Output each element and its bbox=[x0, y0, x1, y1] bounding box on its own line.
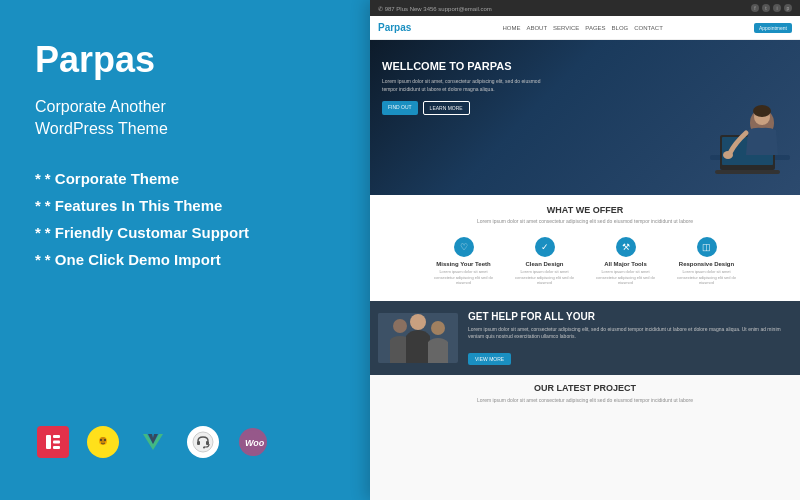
left-content: Parpas Corporate AnotherWordPress Theme … bbox=[35, 40, 335, 394]
nav-service: SERVICE bbox=[553, 25, 579, 31]
svg-point-14 bbox=[203, 447, 205, 449]
preview-offer-section: WHAT WE OFFER Lorem ipsum dolor sit amet… bbox=[370, 195, 800, 301]
feature-4: * One Click Demo Import bbox=[35, 251, 335, 268]
hero-buttons: FIND OUT LEARN MORE bbox=[382, 101, 542, 115]
badges-row: Woo bbox=[35, 424, 335, 460]
vuetify-badge bbox=[135, 424, 171, 460]
svg-rect-0 bbox=[46, 435, 51, 449]
offer-card-text-3: Lorem ipsum dolor sit amet consectetur a… bbox=[593, 269, 658, 286]
svg-point-28 bbox=[431, 321, 445, 335]
nav-blog: BLOG bbox=[612, 25, 629, 31]
offer-icon-3: ⚒ bbox=[616, 237, 636, 257]
offer-subtitle: Lorem ipsum dolor sit amet consectetur a… bbox=[378, 218, 792, 224]
feature-3: * Friendly Customar Support bbox=[35, 224, 335, 241]
topbar-contact: ✆ 987 Plus New 3456 support@email.com bbox=[378, 5, 492, 12]
help-content: GET HELP FOR ALL YOUR Lorem ipsum dolor … bbox=[468, 311, 792, 365]
project-title: OUR LATEST PROJECT bbox=[378, 383, 792, 393]
topbar-left: ✆ 987 Plus New 3456 support@email.com bbox=[378, 5, 492, 12]
hero-text: Lorem ipsum dolor sit amet, consectetur … bbox=[382, 78, 542, 93]
offer-icon-2: ✓ bbox=[535, 237, 555, 257]
svg-rect-3 bbox=[53, 446, 60, 449]
offer-card-text-1: Lorem ipsum dolor sit amet consectetur a… bbox=[431, 269, 496, 286]
topbar-right: f t i p bbox=[751, 4, 792, 12]
pinterest-icon: p bbox=[784, 4, 792, 12]
preview-help-section: GET HELP FOR ALL YOUR Lorem ipsum dolor … bbox=[370, 301, 800, 375]
theme-title: Parpas bbox=[35, 40, 335, 80]
offer-card-title-3: All Major Tools bbox=[593, 261, 658, 267]
hero-secondary-button: LEARN MORE bbox=[423, 101, 470, 115]
support-icon bbox=[187, 426, 219, 458]
help-text: Lorem ipsum dolor sit amet, consectetur … bbox=[468, 326, 792, 341]
nav-pages: PAGES bbox=[585, 25, 605, 31]
features-list: * Corporate Theme * Features In This The… bbox=[35, 170, 335, 268]
svg-rect-12 bbox=[197, 441, 200, 445]
offer-title: WHAT WE OFFER bbox=[378, 205, 792, 215]
theme-subtitle: Corporate AnotherWordPress Theme bbox=[35, 96, 335, 141]
nav-appointment-button: Appointment bbox=[754, 23, 792, 33]
offer-card-text-4: Lorem ipsum dolor sit amet consectetur a… bbox=[674, 269, 739, 286]
facebook-icon: f bbox=[751, 4, 759, 12]
right-panel: ✆ 987 Plus New 3456 support@email.com f … bbox=[370, 0, 800, 500]
svg-point-27 bbox=[410, 314, 426, 330]
svg-rect-1 bbox=[53, 435, 60, 438]
svg-rect-2 bbox=[53, 441, 60, 444]
support-badge bbox=[185, 424, 221, 460]
preview-nav: Parpas HOME ABOUT SERVICE PAGES BLOG CON… bbox=[370, 16, 800, 40]
elementor-icon bbox=[37, 426, 69, 458]
elementor-badge bbox=[35, 424, 71, 460]
hero-primary-button: FIND OUT bbox=[382, 101, 418, 115]
offer-card-title-1: Missing Your Teeth bbox=[431, 261, 496, 267]
mailchimp-badge bbox=[85, 424, 121, 460]
svg-point-11 bbox=[193, 432, 213, 452]
offer-card-text-2: Lorem ipsum dolor sit amet consectetur a… bbox=[512, 269, 577, 286]
feature-2: * Features In This Theme bbox=[35, 197, 335, 214]
svg-text:Woo: Woo bbox=[245, 438, 265, 448]
vuetify-icon bbox=[137, 426, 169, 458]
offer-icon-4: ◫ bbox=[697, 237, 717, 257]
help-title: GET HELP FOR ALL YOUR bbox=[468, 311, 792, 322]
offer-card-2: ✓ Clean Design Lorem ipsum dolor sit ame… bbox=[507, 232, 582, 291]
website-preview: ✆ 987 Plus New 3456 support@email.com f … bbox=[370, 0, 800, 500]
hero-person bbox=[690, 65, 790, 195]
woocommerce-badge: Woo bbox=[235, 424, 271, 460]
nav-contact: CONTACT bbox=[634, 25, 663, 31]
offer-card-4: ◫ Responsive Design Lorem ipsum dolor si… bbox=[669, 232, 744, 291]
nav-logo: Parpas bbox=[378, 22, 411, 33]
offer-card-title-4: Responsive Design bbox=[674, 261, 739, 267]
nav-home: HOME bbox=[502, 25, 520, 31]
instagram-icon: i bbox=[773, 4, 781, 12]
svg-point-8 bbox=[104, 439, 106, 441]
left-panel: Parpas Corporate AnotherWordPress Theme … bbox=[0, 0, 370, 500]
nav-about: ABOUT bbox=[526, 25, 547, 31]
preview-project-section: OUR LATEST PROJECT Lorem ipsum dolor sit… bbox=[370, 375, 800, 500]
offer-icon-1: ♡ bbox=[454, 237, 474, 257]
svg-point-23 bbox=[753, 105, 771, 117]
offer-card-3: ⚒ All Major Tools Lorem ipsum dolor sit … bbox=[588, 232, 663, 291]
svg-rect-20 bbox=[715, 170, 780, 174]
offer-cards: ♡ Missing Your Teeth Lorem ipsum dolor s… bbox=[378, 232, 792, 291]
preview-topbar: ✆ 987 Plus New 3456 support@email.com f … bbox=[370, 0, 800, 16]
nav-links: HOME ABOUT SERVICE PAGES BLOG CONTACT bbox=[502, 25, 662, 31]
woocommerce-icon: Woo bbox=[239, 428, 267, 456]
offer-card-title-2: Clean Design bbox=[512, 261, 577, 267]
project-subtitle: Lorem ipsum dolor sit amet consectetur a… bbox=[378, 397, 792, 403]
hero-content: WELLCOME TO PARPAS Lorem ipsum dolor sit… bbox=[382, 60, 542, 115]
help-viewmore-button: VIEW MORE bbox=[468, 353, 511, 365]
hero-title: WELLCOME TO PARPAS bbox=[382, 60, 542, 73]
preview-hero: WELLCOME TO PARPAS Lorem ipsum dolor sit… bbox=[370, 40, 800, 195]
svg-point-26 bbox=[393, 319, 407, 333]
svg-point-24 bbox=[723, 151, 733, 159]
offer-card-1: ♡ Missing Your Teeth Lorem ipsum dolor s… bbox=[426, 232, 501, 291]
mailchimp-icon bbox=[87, 426, 119, 458]
help-people-image bbox=[378, 313, 458, 363]
twitter-icon: t bbox=[762, 4, 770, 12]
svg-point-7 bbox=[100, 439, 102, 441]
feature-1: * Corporate Theme bbox=[35, 170, 335, 187]
